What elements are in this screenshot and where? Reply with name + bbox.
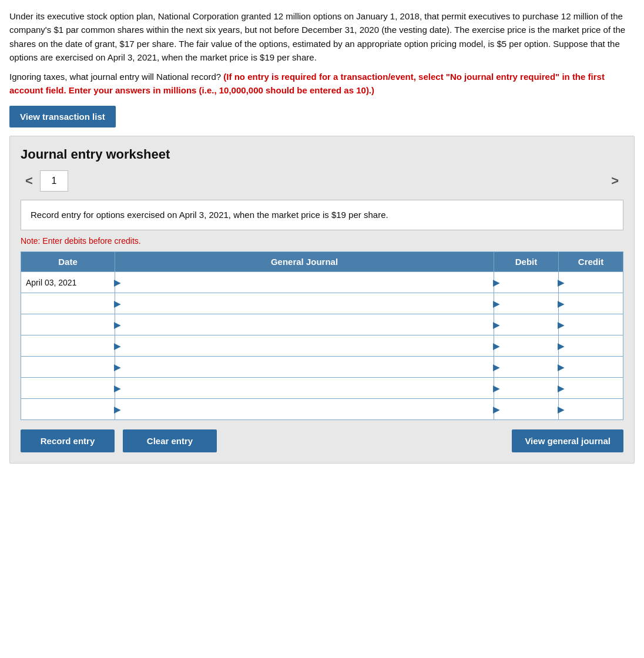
credit-input[interactable] [559,272,623,293]
date-cell [21,314,115,335]
col-header-date: Date [21,252,115,272]
date-cell [21,399,115,420]
debit-cell[interactable]: ▶ [494,293,559,314]
debit-cell[interactable]: ▶ [494,272,559,293]
table-row: ▶▶▶ [21,314,623,335]
debit-cell[interactable]: ▶ [494,314,559,335]
general-journal-cell[interactable]: ▶ [115,293,494,314]
credit-cell[interactable]: ▶ [559,314,623,335]
question-section: Under its executive stock option plan, N… [9,9,635,98]
page-number: 1 [51,176,56,186]
general-journal-cell[interactable]: ▶ [115,378,494,399]
debit-cell[interactable]: ▶ [494,357,559,378]
page-number-box: 1 [40,170,68,192]
general-journal-input[interactable] [115,314,494,335]
date-cell: April 03, 2021 [21,272,115,293]
table-row: ▶▶▶ [21,399,623,420]
credit-input[interactable] [559,357,623,377]
general-journal-cell[interactable]: ▶ [115,357,494,378]
debit-input[interactable] [494,378,558,398]
view-general-journal-button[interactable]: View general journal [512,429,623,452]
description-text: Record entry for options exercised on Ap… [31,210,388,220]
description-box: Record entry for options exercised on Ap… [21,200,623,231]
paragraph2: Ignoring taxes, what journal entry will … [9,70,635,98]
general-journal-input[interactable] [115,378,494,398]
general-journal-cell[interactable]: ▶ [115,272,494,293]
journal-table: Date General Journal Debit Credit April … [21,251,623,420]
date-cell [21,378,115,399]
debit-input[interactable] [494,399,558,419]
credit-input[interactable] [559,378,623,398]
credit-input[interactable] [559,399,623,419]
col-header-debit: Debit [494,252,559,272]
debit-cell[interactable]: ▶ [494,378,559,399]
debit-cell[interactable]: ▶ [494,399,559,420]
credit-input[interactable] [559,314,623,335]
table-row: ▶▶▶ [21,378,623,399]
credit-cell[interactable]: ▶ [559,272,623,293]
debit-cell[interactable]: ▶ [494,335,559,357]
table-row: ▶▶▶ [21,293,623,314]
view-transaction-button[interactable]: View transaction list [9,106,116,127]
credit-cell[interactable]: ▶ [559,293,623,314]
general-journal-cell[interactable]: ▶ [115,399,494,420]
debit-input[interactable] [494,293,558,314]
credit-cell[interactable]: ▶ [559,378,623,399]
debit-input[interactable] [494,357,558,377]
debit-input[interactable] [494,335,558,356]
col-header-general-journal: General Journal [115,252,494,272]
general-journal-input[interactable] [115,399,494,419]
general-journal-input[interactable] [115,335,494,356]
worksheet-title: Journal entry worksheet [21,147,623,162]
note-text: Note: Enter debits before credits. [21,236,623,246]
debit-input[interactable] [494,314,558,335]
table-row: ▶▶▶ [21,357,623,378]
date-cell [21,335,115,357]
record-entry-button[interactable]: Record entry [21,429,115,452]
credit-input[interactable] [559,293,623,314]
paragraph2-plain: Ignoring taxes, what journal entry will … [9,72,223,82]
credit-cell[interactable]: ▶ [559,335,623,357]
credit-cell[interactable]: ▶ [559,357,623,378]
general-journal-cell[interactable]: ▶ [115,314,494,335]
table-row: April 03, 2021▶▶▶ [21,272,623,293]
next-arrow-button[interactable]: > [606,171,623,191]
credit-input[interactable] [559,335,623,356]
col-header-credit: Credit [559,252,623,272]
general-journal-input[interactable] [115,272,494,293]
prev-arrow-button[interactable]: < [21,171,38,191]
general-journal-input[interactable] [115,293,494,314]
table-row: ▶▶▶ [21,335,623,357]
general-journal-input[interactable] [115,357,494,377]
nav-row: < 1 > [21,170,623,192]
date-cell [21,293,115,314]
credit-cell[interactable]: ▶ [559,399,623,420]
date-cell [21,357,115,378]
general-journal-cell[interactable]: ▶ [115,335,494,357]
journal-worksheet: Journal entry worksheet < 1 > Record ent… [9,136,635,464]
action-buttons-row: Record entry Clear entry View general jo… [21,429,623,452]
debit-input[interactable] [494,272,558,293]
clear-entry-button[interactable]: Clear entry [123,429,217,452]
paragraph1: Under its executive stock option plan, N… [9,9,635,64]
